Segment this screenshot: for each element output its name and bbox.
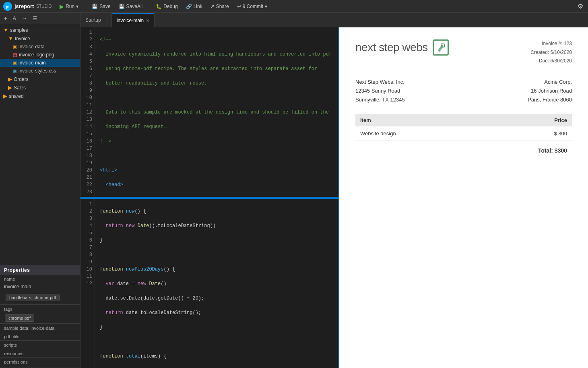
sep1 (85, 3, 85, 10)
seller-addr1: 12345 Sunny Road (355, 87, 405, 95)
tab-invoice-main-close[interactable]: × (146, 18, 149, 23)
invoice-number: Invoice #: 123 (530, 39, 572, 48)
commit-button[interactable]: ↩ 9 Commit ▾ (234, 2, 270, 10)
tab-startup[interactable]: Startup × (80, 13, 112, 27)
sidebar-item-orders[interactable]: ▶ Orders (0, 75, 80, 83)
editor-area: Startup × invoice-main × 12345 678910 1 (80, 13, 588, 368)
folder-open-icon: ▼ (8, 35, 13, 41)
code-editor-top: 12345 678910 1112131415 1617181920 21222… (80, 27, 338, 198)
sep2 (149, 3, 149, 10)
run-label: Run (66, 4, 74, 9)
sidebar-item-shared[interactable]: ▶ shared (0, 92, 80, 100)
debug-button[interactable]: 🐛 Debug (153, 2, 181, 10)
sidebar-item-label: invoice-logo.png (19, 52, 54, 58)
invoice-total: Total: $300 (355, 147, 572, 154)
commit-icon: ↩ (237, 4, 241, 9)
prop-scripts[interactable]: scripts (0, 340, 80, 349)
sidebar: + A → ☰ ▼ samples ▼ Invoice ▣ invoice-da… (0, 13, 80, 368)
save-all-label: SaveAll (126, 4, 143, 9)
file-tree: ▼ samples ▼ Invoice ▣ invoice-data 🖼 inv… (0, 24, 80, 102)
tab-startup-label: Startup (85, 17, 101, 23)
code-content-bottom[interactable]: function now() { return new Date().toLoc… (95, 199, 338, 368)
code-panel-top[interactable]: 12345 678910 1112131415 1617181920 21222… (80, 27, 338, 198)
sidebar-item-invoice-main[interactable]: ▣ invoice-main (0, 59, 80, 67)
code-preview-container: 12345 678910 1112131415 1617181920 21222… (80, 27, 588, 368)
tab-invoice-main-label: invoice-main (117, 18, 144, 23)
invoice-items-table: Item Price Website design $ 300 (355, 114, 572, 141)
folder-closed-icon: ▶ (3, 93, 7, 99)
sidebar-item-invoice-styles[interactable]: ▣ invoice-styles.css (0, 67, 80, 75)
topbar-right: ⚙ (576, 1, 585, 12)
commit-label: 9 Commit (243, 4, 263, 9)
sidebar-item-label: invoice-data (19, 44, 45, 50)
col-item-header: Item (355, 114, 499, 126)
sidebar-item-sales[interactable]: ▶ Sales (0, 83, 80, 92)
save-all-button[interactable]: 💾 SaveAll (116, 2, 146, 10)
share-icon: ↗ (210, 4, 215, 9)
buyer-address: Acme Corp. 16 Johnson Road Paris, France… (528, 78, 572, 104)
code-panel-bottom[interactable]: 12345 678910 1112 function now() { retur… (80, 198, 338, 368)
logo-mark-icon (433, 39, 449, 56)
file-image-icon: 🖼 (13, 52, 17, 57)
prop-sample-data[interactable]: sample data: invoice-data (0, 323, 80, 332)
link-icon: 🔗 (186, 4, 192, 9)
jsreport-logo-icon: js (3, 2, 12, 11)
topbar: js jsreport STUDIO ▶ Run ▾ 💾 Save 💾 Save… (0, 0, 588, 13)
file-css-icon: ▣ (13, 68, 17, 74)
sidebar-toolbar: + A → ☰ (0, 13, 80, 24)
prop-resources[interactable]: resources (0, 349, 80, 357)
sidebar-item-samples[interactable]: ▼ samples (0, 26, 80, 34)
link-label: Link (194, 4, 202, 9)
save-label: Save (99, 4, 110, 9)
prop-permissions-label: permissions (4, 360, 28, 364)
sidebar-item-label: invoice-main (19, 60, 45, 66)
properties-panel: Properties name invoice-main handlebars,… (0, 265, 80, 368)
sidebar-item-invoice-logo[interactable]: 🖼 invoice-logo.png (0, 51, 80, 59)
folder-closed-icon: ▶ (8, 76, 12, 82)
item-price: $ 300 (499, 126, 572, 141)
sidebar-add-button[interactable]: + (2, 14, 9, 22)
prop-name-value: invoice-main (0, 283, 80, 292)
line-numbers-bottom: 12345 678910 1112 (80, 199, 95, 368)
properties-header: Properties (0, 265, 80, 275)
save-button[interactable]: 💾 Save (89, 2, 113, 10)
sidebar-item-label: Orders (14, 76, 29, 82)
share-button[interactable]: ↗ Share (207, 2, 232, 10)
prop-sample-data-label: sample data: invoice-data (4, 326, 54, 331)
link-button[interactable]: 🔗 Link (183, 2, 206, 10)
bug-icon: 🐛 (156, 4, 162, 9)
commit-chevron-icon: ▾ (265, 4, 267, 9)
run-button[interactable]: ▶ Run ▾ (56, 2, 82, 11)
buyer-name: Acme Corp. (528, 78, 572, 87)
code-content-top[interactable]: <!-- Invoice dynamically rendered into h… (95, 27, 338, 198)
folder-open-icon: ▼ (3, 27, 8, 33)
file-data-icon: ▣ (13, 44, 17, 50)
seller-addr2: Sunnyville, TX 12345 (355, 95, 405, 104)
prop-name-label: name (0, 275, 80, 283)
logo-text: jsreport (14, 3, 34, 9)
prop-permissions[interactable]: permissions (0, 357, 80, 368)
tabs-bar: Startup × invoice-main × (80, 13, 588, 27)
item-name: Website design (355, 126, 499, 141)
table-row: Website design $ 300 (355, 126, 572, 141)
floppy-icon: 💾 (92, 4, 98, 9)
file-main-icon: ▣ (13, 60, 17, 66)
invoice-addresses: Next Step Webs, Inc. 12345 Sunny Road Su… (355, 78, 572, 104)
code-panels: 12345 678910 1112131415 1617181920 21222… (80, 27, 338, 368)
tab-invoice-main[interactable]: invoice-main × (112, 13, 155, 27)
sidebar-item-label: shared (9, 93, 24, 99)
sidebar-font-button[interactable]: A (11, 14, 18, 22)
prop-pdf-utils[interactable]: pdf utils (0, 332, 80, 340)
share-label: Share (216, 4, 229, 9)
sidebar-arrow-button[interactable]: → (20, 14, 29, 22)
seller-name: Next Step Webs, Inc. (355, 78, 405, 87)
prop-recipe-tag: handlebars, chrome-pdf (6, 294, 60, 301)
sidebar-item-label: Invoice (15, 36, 30, 41)
preview-panel: next step webs Invoice #: 123 (338, 27, 588, 368)
sidebar-item-invoice[interactable]: ▼ Invoice (0, 34, 80, 43)
sidebar-menu-button[interactable]: ☰ (31, 14, 39, 22)
sidebar-item-invoice-data[interactable]: ▣ invoice-data (0, 43, 80, 51)
code-editor-bottom: 12345 678910 1112 function now() { retur… (80, 199, 338, 368)
settings-button[interactable]: ⚙ (576, 1, 585, 12)
folder-closed-icon: ▶ (8, 85, 12, 91)
